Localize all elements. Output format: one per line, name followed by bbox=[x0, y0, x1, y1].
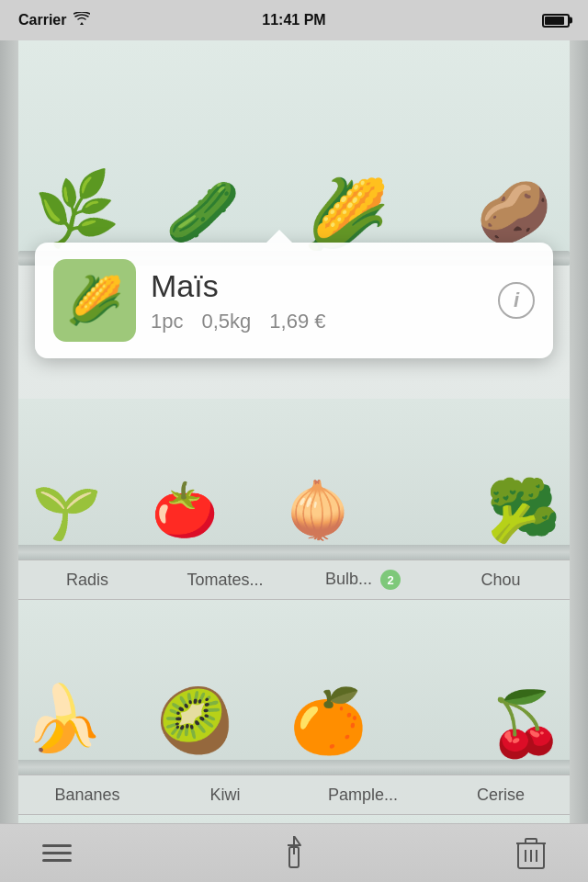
popup-thumbnail: 🌽 bbox=[53, 259, 136, 342]
popup-info: Maïs 1pc 0,5kg 1,69 € bbox=[151, 268, 483, 334]
chou-item[interactable]: 🥦 bbox=[486, 476, 560, 546]
share-button[interactable] bbox=[274, 833, 314, 874]
battery-icon bbox=[542, 14, 570, 28]
label-bananes[interactable]: Bananes bbox=[18, 786, 156, 805]
kiwi-item[interactable]: 🥝 bbox=[156, 684, 234, 758]
potato-item[interactable]: 🥔 bbox=[477, 177, 551, 247]
label-bar-1: Radis Tomates... Bulb... 2 Chou bbox=[18, 560, 570, 600]
label-pample[interactable]: Pample... bbox=[294, 786, 432, 805]
status-bar-left: Carrier bbox=[18, 12, 90, 28]
popup-arrow bbox=[266, 230, 292, 243]
label-radis[interactable]: Radis bbox=[18, 571, 156, 590]
status-bar: Carrier 11:41 PM bbox=[0, 0, 588, 40]
fridge-container: 🌿 🥒 🌽 🥔 🌽 bbox=[0, 40, 588, 882]
popup-quantity: 1pc bbox=[151, 310, 183, 334]
svg-rect-1 bbox=[42, 852, 72, 854]
banana-item[interactable]: 🍌 bbox=[23, 681, 103, 756]
label-bulb[interactable]: Bulb... 2 bbox=[294, 570, 432, 590]
delete-button[interactable] bbox=[511, 833, 551, 874]
popup-title: Maïs bbox=[151, 268, 483, 304]
popup-weight: 0,5kg bbox=[201, 310, 251, 334]
bulb-badge: 2 bbox=[380, 570, 401, 590]
cucumber-item[interactable]: 🥒 bbox=[165, 177, 240, 247]
label-tomates[interactable]: Tomates... bbox=[156, 571, 294, 590]
veg-shelf-area: 🌱 🍅 🧅 🥦 bbox=[18, 399, 570, 560]
popup-info-button[interactable]: i bbox=[498, 282, 535, 319]
radish-item[interactable]: 🌱 bbox=[28, 478, 96, 543]
popup-card: 🌽 Maïs 1pc 0,5kg 1,69 € i bbox=[35, 243, 553, 358]
fruit-shelf-area: 🍌 🥝 🍊 🍒 bbox=[18, 600, 570, 775]
popup-emoji: 🌽 bbox=[66, 274, 123, 327]
carrier-label: Carrier bbox=[18, 12, 66, 28]
popup-details: 1pc 0,5kg 1,69 € bbox=[151, 310, 483, 334]
veg-shelf-edge bbox=[18, 545, 570, 560]
menu-button[interactable] bbox=[37, 833, 77, 874]
label-bar-2: Bananes Kiwi Pample... Cerise bbox=[18, 775, 570, 815]
wifi-icon bbox=[74, 12, 90, 28]
status-bar-time: 11:41 PM bbox=[262, 12, 325, 28]
label-cerise[interactable]: Cerise bbox=[432, 786, 570, 805]
fridge-right-wall bbox=[570, 40, 588, 882]
bulb-item[interactable]: 🧅 bbox=[285, 479, 351, 541]
toolbar bbox=[0, 823, 588, 882]
top-shelf-area: 🌿 🥒 🌽 🥔 bbox=[18, 40, 570, 266]
fridge-inner: 🌿 🥒 🌽 🥔 🌽 bbox=[18, 40, 570, 882]
svg-rect-0 bbox=[42, 844, 72, 847]
svg-rect-2 bbox=[42, 859, 72, 862]
tomato-item[interactable]: 🍅 bbox=[152, 479, 218, 541]
popup-price: 1,69 € bbox=[269, 310, 325, 334]
label-chou[interactable]: Chou bbox=[432, 571, 570, 590]
label-kiwi[interactable]: Kiwi bbox=[156, 786, 294, 805]
status-bar-right bbox=[542, 14, 570, 28]
svg-rect-7 bbox=[526, 839, 537, 843]
fruit-shelf-edge bbox=[18, 760, 570, 775]
grapefruit-item[interactable]: 🍊 bbox=[289, 684, 368, 758]
fridge-left-wall bbox=[0, 40, 18, 882]
celery-item[interactable]: 🌿 bbox=[37, 172, 117, 247]
cherry-item[interactable]: 🍒 bbox=[487, 687, 565, 761]
